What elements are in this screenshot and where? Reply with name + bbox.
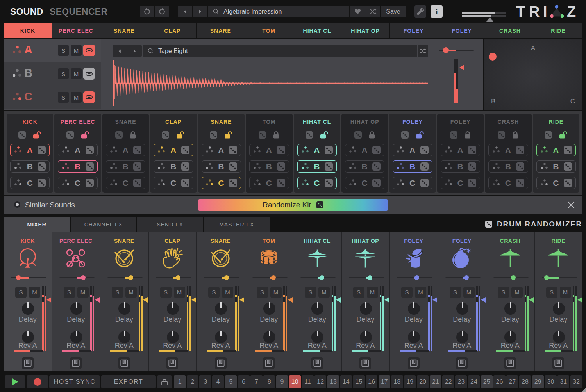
svg-text:R: R (529, 4, 540, 20)
svg-text:Z: Z (567, 4, 576, 20)
svg-text:T: T (516, 4, 525, 20)
svg-text:I: I (543, 4, 547, 20)
